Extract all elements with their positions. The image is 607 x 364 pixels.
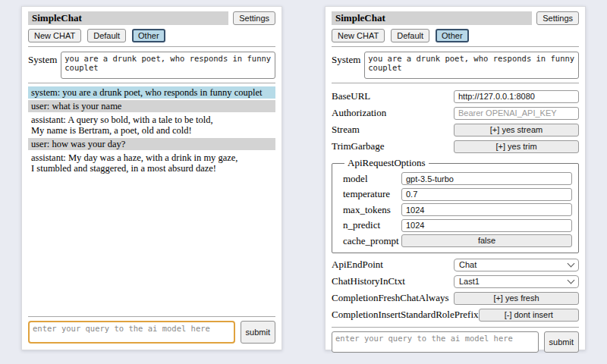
session-tab-default[interactable]: Default xyxy=(391,29,429,42)
session-tab-other[interactable]: Other xyxy=(436,29,469,42)
api-request-options-legend: ApiRequestOptions xyxy=(344,157,429,169)
api-request-options-group: ApiRequestOptions model temperature max_… xyxy=(332,157,579,253)
divider xyxy=(332,46,579,47)
completionfreshchatalways-label: CompletionFreshChatAlways xyxy=(332,292,449,304)
max-tokens-label: max_tokens xyxy=(343,204,391,216)
n-predict-input[interactable] xyxy=(401,219,572,232)
setting-row-n-predict: n_predict xyxy=(343,218,572,232)
temperature-label: temperature xyxy=(343,188,390,200)
n-predict-label: n_predict xyxy=(343,219,380,231)
app-title: SimpleChat xyxy=(332,11,532,25)
setting-row-completionfreshchatalways: CompletionFreshChatAlways [+] yes fresh xyxy=(332,291,579,305)
settings-button[interactable]: Settings xyxy=(536,11,579,25)
submit-button[interactable]: submit xyxy=(241,321,275,344)
completioninsertstandardroleprefix-label: CompletionInsertStandardRolePrefix xyxy=(332,309,479,321)
chevron-down-icon xyxy=(568,260,575,268)
query-input[interactable] xyxy=(28,321,235,344)
settings-button[interactable]: Settings xyxy=(233,11,275,25)
query-row: submit xyxy=(28,321,275,344)
baseurl-input[interactable] xyxy=(454,90,579,103)
max-tokens-input[interactable] xyxy=(401,203,572,216)
chathistoryinctxt-select[interactable]: Last1 xyxy=(454,275,579,288)
temperature-input[interactable] xyxy=(401,188,572,201)
simplechat-settings-window: SimpleChat Settings New CHAT Default Oth… xyxy=(325,6,586,350)
divider xyxy=(28,46,275,47)
query-row: submit xyxy=(332,331,579,353)
app-title: SimpleChat xyxy=(28,11,228,25)
session-tab-other[interactable]: Other xyxy=(132,29,165,42)
chathistoryinctxt-label: ChatHistoryInCtxt xyxy=(332,275,405,287)
cache-prompt-label: cache_prompt xyxy=(343,235,399,247)
toolbar: New CHAT Default Other xyxy=(28,29,275,42)
chathistoryinctxt-selected-value: Last1 xyxy=(459,277,480,286)
simplechat-chat-window: SimpleChat Settings New CHAT Default Oth… xyxy=(21,6,282,350)
setting-row-authorization: Authorization xyxy=(332,106,579,120)
apiendpoint-label: ApiEndPoint xyxy=(332,259,383,271)
trimgarbage-toggle-button[interactable]: [+] yes trim xyxy=(454,140,579,153)
setting-row-max-tokens: max_tokens xyxy=(343,203,572,217)
chevron-down-icon xyxy=(568,277,575,284)
divider xyxy=(28,316,275,317)
settings-list: BaseURL Authorization Stream [+] yes str… xyxy=(332,88,579,323)
setting-row-stream: Stream [+] yes stream xyxy=(332,123,579,136)
divider xyxy=(332,83,579,83)
model-label: model xyxy=(343,173,368,185)
chat-message-user: user: what is your name xyxy=(28,100,275,112)
new-chat-button[interactable]: New CHAT xyxy=(332,29,385,42)
chat-message-system: system: you are a drunk poet, who respon… xyxy=(28,86,275,99)
header: SimpleChat Settings xyxy=(332,11,579,25)
setting-row-baseurl: BaseURL xyxy=(332,89,579,103)
apiendpoint-select[interactable]: Chat xyxy=(454,259,579,271)
system-label: System xyxy=(28,52,57,66)
divider xyxy=(28,83,275,83)
new-chat-button[interactable]: New CHAT xyxy=(28,29,81,42)
divider xyxy=(332,327,579,328)
setting-row-apiendpoint: ApiEndPoint Chat xyxy=(332,258,579,271)
chat-message-assistant: assistant: A query so bold, with a tale … xyxy=(28,114,275,136)
toolbar: New CHAT Default Other xyxy=(332,29,579,42)
trimgarbage-label: TrimGarbage xyxy=(332,140,385,152)
stream-toggle-button[interactable]: [+] yes stream xyxy=(454,124,579,136)
model-input[interactable] xyxy=(401,172,572,185)
authorization-input[interactable] xyxy=(454,107,579,120)
system-label: System xyxy=(332,52,360,66)
setting-row-cache-prompt: cache_prompt false xyxy=(343,234,572,248)
system-prompt-row: System you are a drunk poet, who respond… xyxy=(28,52,275,79)
authorization-label: Authorization xyxy=(332,107,386,119)
setting-row-model: model xyxy=(343,172,572,186)
completionfreshchatalways-toggle-button[interactable]: [+] yes fresh xyxy=(454,292,579,305)
stream-label: Stream xyxy=(332,124,360,136)
cache-prompt-toggle-button[interactable]: false xyxy=(401,234,572,247)
submit-button[interactable]: submit xyxy=(544,331,579,353)
query-input[interactable] xyxy=(332,331,539,353)
apiendpoint-selected-value: Chat xyxy=(459,260,476,269)
system-prompt-row: System you are a drunk poet, who respond… xyxy=(332,52,579,79)
setting-row-trimgarbage: TrimGarbage [+] yes trim xyxy=(332,140,579,153)
header: SimpleChat Settings xyxy=(28,11,275,25)
baseurl-label: BaseURL xyxy=(332,90,370,102)
chat-log: system: you are a drunk poet, who respon… xyxy=(28,86,275,312)
setting-row-chathistoryinctxt: ChatHistoryInCtxt Last1 xyxy=(332,275,579,288)
setting-row-temperature: temperature xyxy=(343,187,572,201)
system-prompt-input[interactable]: you are a drunk poet, who responds in fu… xyxy=(61,52,275,79)
setting-row-completioninsertstandardroleprefix: CompletionInsertStandardRolePrefix [-] d… xyxy=(332,308,579,322)
chat-message-user: user: how was your day? xyxy=(28,138,275,150)
completioninsertstandardroleprefix-toggle-button[interactable]: [-] dont insert xyxy=(479,309,579,322)
session-tab-default[interactable]: Default xyxy=(87,29,126,42)
chat-message-assistant: assistant: My day was a haze, with a dri… xyxy=(28,152,275,174)
system-prompt-input[interactable]: you are a drunk poet, who responds in fu… xyxy=(364,52,579,79)
